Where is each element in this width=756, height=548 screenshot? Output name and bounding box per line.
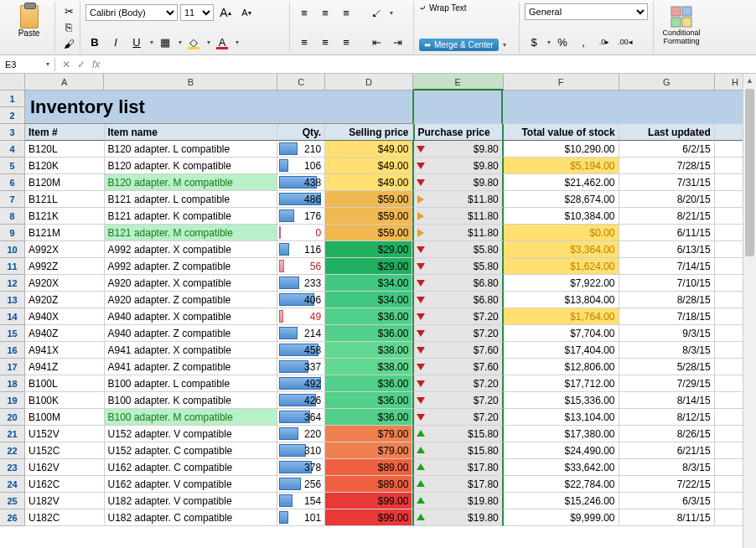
cell[interactable]: 8/3/15: [619, 459, 715, 476]
cell[interactable]: 6/21/15: [619, 442, 715, 459]
comma-button[interactable]: ,: [574, 33, 593, 51]
table-header[interactable]: Item name: [105, 124, 278, 141]
cell[interactable]: $13,104.00: [504, 409, 619, 426]
font-color-button[interactable]: A: [213, 33, 231, 51]
cell[interactable]: B120L: [25, 141, 105, 158]
cell[interactable]: $6.80: [412, 275, 503, 292]
cell[interactable]: B121 adapter. M compatible: [105, 225, 278, 241]
cell[interactable]: B100 adapter. K compatible: [105, 392, 278, 409]
cell[interactable]: U182 adapter. C compatible: [105, 509, 278, 526]
cell[interactable]: U152V: [25, 426, 105, 442]
cell[interactable]: 7/10/15: [619, 275, 715, 292]
cell[interactable]: $59.00: [325, 225, 412, 241]
cell[interactable]: A941Z: [25, 359, 105, 375]
cell[interactable]: B120K: [25, 158, 105, 174]
cell[interactable]: U162 adapter. C compatible: [105, 459, 278, 476]
cell[interactable]: U152 adapter. V compatible: [105, 426, 278, 442]
cell[interactable]: U162 adapter. V compatible: [105, 476, 278, 493]
column-header[interactable]: F: [504, 74, 619, 90]
cell[interactable]: $7.20: [412, 409, 503, 426]
cell[interactable]: $15,336.00: [504, 392, 619, 409]
cut-icon[interactable]: ✂: [60, 3, 77, 18]
table-header[interactable]: Selling price: [325, 124, 412, 141]
table-header[interactable]: Last updated: [619, 124, 715, 141]
cell[interactable]: 406: [277, 292, 325, 308]
row-header[interactable]: 15: [0, 325, 25, 342]
cell[interactable]: 154: [277, 493, 325, 509]
row-header[interactable]: 1: [0, 90, 25, 107]
cell[interactable]: $7.20: [412, 392, 503, 409]
select-all-corner[interactable]: [0, 74, 25, 90]
cell[interactable]: $9,999.00: [504, 509, 619, 526]
cell[interactable]: $5,194.00: [504, 158, 619, 174]
scroll-up-icon[interactable]: ▲: [743, 74, 756, 87]
cell[interactable]: 8/14/15: [619, 392, 715, 409]
cell[interactable]: B100L: [25, 375, 105, 392]
cell[interactable]: 8/28/15: [619, 292, 715, 308]
table-header[interactable]: Total value of stock: [504, 124, 619, 141]
cell[interactable]: $15,246.00: [504, 493, 619, 509]
cell[interactable]: $89.00: [325, 476, 412, 493]
vertical-scrollbar[interactable]: ▲: [743, 74, 756, 548]
shrink-font-button[interactable]: A▾: [237, 3, 256, 22]
cell[interactable]: $1,624.00: [504, 258, 619, 275]
row-header[interactable]: 22: [0, 442, 25, 459]
grow-font-button[interactable]: A▴: [216, 3, 235, 22]
cell[interactable]: A920 adapter. X compatible: [105, 275, 278, 292]
cell[interactable]: A941X: [25, 342, 105, 359]
cell[interactable]: 56: [277, 258, 325, 275]
italic-button[interactable]: I: [106, 33, 125, 51]
cell[interactable]: B100 adapter. M compatible: [105, 409, 278, 426]
format-painter-icon[interactable]: 🖌: [60, 36, 77, 51]
cell[interactable]: $79.00: [325, 426, 412, 442]
cell[interactable]: 378: [277, 459, 325, 476]
decrease-indent-button[interactable]: ⇤: [367, 33, 386, 51]
cell[interactable]: A920Z: [25, 292, 105, 308]
cell[interactable]: 6/11/15: [619, 225, 715, 241]
cell[interactable]: U182 adapter. V compatible: [105, 493, 278, 509]
spreadsheet-grid[interactable]: A B C D E F G H 123456789101112131415161…: [0, 74, 756, 526]
cell[interactable]: 458: [277, 342, 325, 359]
formula-input[interactable]: [106, 63, 756, 66]
cell[interactable]: 8/11/15: [619, 509, 715, 526]
merge-center-button[interactable]: ⬌ Merge & Center: [419, 39, 499, 51]
cell[interactable]: 7/18/15: [619, 308, 715, 325]
table-header[interactable]: Purchase price: [413, 124, 504, 141]
cell[interactable]: $36.00: [325, 325, 412, 342]
orientation-button[interactable]: ⭩: [367, 3, 386, 22]
cell[interactable]: $99.00: [325, 493, 412, 509]
cell[interactable]: 6/3/15: [619, 493, 715, 509]
cell[interactable]: 49: [277, 308, 325, 325]
cell[interactable]: A941 adapter. Z compatible: [105, 359, 278, 375]
cell[interactable]: $11.80: [412, 208, 503, 225]
cell[interactable]: 7/28/15: [619, 158, 715, 174]
font-name-select[interactable]: Calibri (Body): [85, 4, 178, 21]
cell[interactable]: $38.00: [325, 342, 412, 359]
row-header[interactable]: 21: [0, 426, 25, 442]
cell[interactable]: U182C: [25, 509, 105, 526]
conditional-formatting-button[interactable]: Conditional Formatting: [659, 3, 704, 47]
row-header[interactable]: 14: [0, 308, 25, 325]
cell[interactable]: 256: [277, 476, 325, 493]
cell[interactable]: $10,384.00: [504, 208, 619, 225]
row-header[interactable]: 12: [0, 275, 25, 292]
cell[interactable]: 337: [277, 359, 325, 375]
cell[interactable]: 9/3/15: [619, 325, 715, 342]
cell[interactable]: A992Z: [25, 258, 105, 275]
cell[interactable]: $89.00: [325, 459, 412, 476]
cell[interactable]: B120M: [25, 174, 105, 191]
cell[interactable]: 8/20/15: [619, 191, 715, 208]
cell[interactable]: 7/22/15: [619, 476, 715, 493]
cell[interactable]: 106: [277, 158, 325, 174]
cell[interactable]: 6/2/15: [619, 141, 715, 158]
fx-icon[interactable]: fx: [92, 59, 100, 70]
cell[interactable]: $10,290.00: [504, 141, 619, 158]
cell[interactable]: A992X: [25, 241, 105, 258]
cell[interactable]: B121L: [25, 191, 105, 208]
cell[interactable]: B121K: [25, 208, 105, 225]
cell[interactable]: 8/12/15: [619, 409, 715, 426]
cell[interactable]: A940Z: [25, 325, 105, 342]
cell[interactable]: 214: [277, 325, 325, 342]
cell[interactable]: $59.00: [325, 191, 412, 208]
row-header[interactable]: 17: [0, 359, 25, 375]
